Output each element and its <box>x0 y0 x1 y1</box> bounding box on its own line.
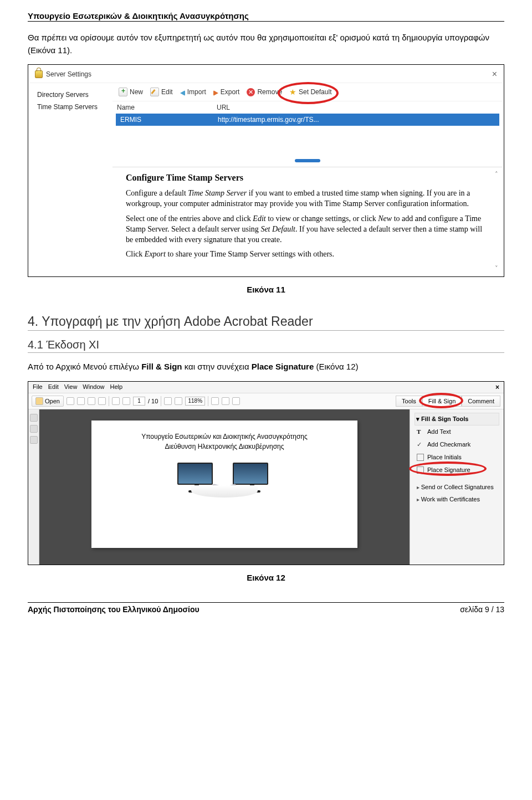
text-icon: T <box>417 428 424 435</box>
send-collect-signatures[interactable]: Send or Collect Signatures <box>415 481 499 493</box>
section-4-1-number: 4.1 <box>28 339 43 351</box>
next-page-icon[interactable] <box>122 397 130 405</box>
edit-button[interactable]: Edit <box>147 86 176 98</box>
info-p2: Select one of the entries above and clic… <box>126 214 489 245</box>
dialog-sidebar: Directory Servers Time Stamp Servers <box>29 83 112 275</box>
set-default-label: Set Default <box>299 88 331 96</box>
server-table-header: Name URL <box>112 101 503 114</box>
nav-icon[interactable] <box>30 425 38 433</box>
export-icon <box>213 90 218 96</box>
menu-edit[interactable]: Edit <box>48 383 59 391</box>
open-button[interactable]: Open <box>32 396 64 407</box>
tool-icon[interactable] <box>211 397 219 405</box>
section-4-number: 4. <box>28 314 38 329</box>
place-signature-button[interactable]: Place Signature <box>415 464 499 476</box>
menu-file[interactable]: File <box>33 383 43 391</box>
info-pane: Configure Time Stamp Servers Configure a… <box>112 167 503 275</box>
close-icon[interactable]: × <box>492 69 497 79</box>
figure-12-caption: Εικόνα 12 <box>28 573 504 582</box>
place-signature-label: Place Signature <box>427 466 470 473</box>
export-button[interactable]: Export <box>211 87 243 97</box>
reader-body: Υπουργείο Εσωτερικών και Διοικητικής Ανα… <box>28 409 504 565</box>
section-4-1-heading: 4.1 Έκδοση XI <box>28 339 504 353</box>
import-icon <box>180 90 185 96</box>
add-checkmark-label: Add Checkmark <box>427 441 470 448</box>
add-checkmark-button[interactable]: Add Checkmark <box>415 438 499 451</box>
add-text-label: Add Text <box>427 428 451 435</box>
edit-icon <box>150 88 159 96</box>
left-nav-bar <box>28 409 39 565</box>
add-text-button[interactable]: TAdd Text <box>415 425 499 438</box>
section-4-1-title: Έκδοση XI <box>46 339 99 351</box>
open-label: Open <box>45 398 60 404</box>
sidebar-item-directory-servers[interactable]: Directory Servers <box>34 89 108 101</box>
prev-page-icon[interactable] <box>112 397 120 405</box>
intro-paragraph: Θα πρέπει να ορίσουμε αυτόν τον εξυπηρετ… <box>28 32 504 57</box>
remove-button[interactable]: ✕Remove <box>244 87 285 98</box>
menu-view[interactable]: View <box>64 383 78 391</box>
new-button[interactable]: New <box>116 86 146 98</box>
section-4-heading: 4.Υπογραφή με την χρήση Adobe Acrobat Re… <box>28 314 504 331</box>
place-initials-button[interactable]: Place Initials <box>415 451 499 464</box>
work-with-certificates[interactable]: Work with Certificates <box>415 493 499 505</box>
remove-icon: ✕ <box>247 88 255 96</box>
menu-window[interactable]: Window <box>83 383 104 391</box>
tab-fill-sign[interactable]: Fill & Sign <box>422 396 462 407</box>
place-initials-label: Place Initials <box>427 454 462 460</box>
print-icon[interactable] <box>88 397 95 405</box>
right-pane-tabs: Tools Fill & Sign Comment <box>396 396 500 407</box>
footer-right: σελίδα 9 / 13 <box>460 605 504 614</box>
set-default-button[interactable]: ★Set Default <box>287 86 334 98</box>
new-icon <box>119 88 127 96</box>
figure-11-frame: Server Settings × Directory Servers Time… <box>28 64 504 277</box>
fill-sign-panel: ▾ Fill & Sign Tools TAdd Text Add Checkm… <box>410 409 504 565</box>
tab-tools[interactable]: Tools <box>396 396 422 407</box>
tool-icon[interactable] <box>232 397 240 405</box>
info-p3: Click Export to share your Time Stamp Se… <box>126 249 489 260</box>
splitter-handle[interactable] <box>295 159 320 162</box>
footer-left: Αρχής Πιστοποίησης του Ελληνικού Δημοσίο… <box>28 605 200 614</box>
checkmark-icon <box>417 441 424 448</box>
edit-label: Edit <box>161 88 173 96</box>
cell-url: http://timestamp.ermis.gov.gr/TS... <box>218 116 319 124</box>
dialog-title-text: Server Settings <box>46 70 91 78</box>
app-menubar: File Edit View Window Help × <box>28 382 504 393</box>
column-url: URL <box>217 104 230 111</box>
import-button[interactable]: Import <box>177 87 209 97</box>
table-row[interactable]: ERMIS http://timestamp.ermis.gov.gr/TS..… <box>116 114 499 126</box>
remove-label: Remove <box>257 88 282 96</box>
zoom-input[interactable] <box>185 397 205 406</box>
paper-icon <box>191 485 258 498</box>
save-icon[interactable] <box>77 397 85 405</box>
zoom-out-icon[interactable] <box>164 397 172 405</box>
illustration <box>108 463 341 493</box>
figure-12-intro: Από το Αρχικό Μενού επιλέγω Fill & Sign … <box>28 361 504 373</box>
panel-header[interactable]: ▾ Fill & Sign Tools <box>415 413 499 425</box>
server-settings-dialog: Server Settings × Directory Servers Time… <box>29 66 503 275</box>
star-icon: ★ <box>289 88 296 96</box>
signature-icon <box>417 466 424 474</box>
folder-icon <box>35 397 43 405</box>
dialog-titlebar: Server Settings × <box>29 66 503 83</box>
page-footer: Αρχής Πιστοποίησης του Ελληνικού Δημοσίο… <box>28 602 504 614</box>
server-toolbar: New Edit Import Export ✕Remove ★Set Defa… <box>112 83 503 101</box>
tab-comment[interactable]: Comment <box>462 396 500 407</box>
tool-icon[interactable] <box>222 397 229 405</box>
page-total: / 10 <box>148 398 158 404</box>
figure-11-caption: Εικόνα 11 <box>28 285 504 294</box>
scrollbar[interactable] <box>494 171 500 272</box>
create-pdf-icon[interactable] <box>66 397 74 405</box>
sidebar-item-timestamp-servers[interactable]: Time Stamp Servers <box>34 101 108 113</box>
menu-help[interactable]: Help <box>110 383 122 391</box>
document-title: Υπουργείο Εσωτερικών και Διοικητικής Ανα… <box>108 432 341 452</box>
page-number-input[interactable] <box>133 397 145 406</box>
zoom-in-icon[interactable] <box>175 397 182 405</box>
close-icon[interactable]: × <box>495 383 499 391</box>
info-p1: Configure a default Time Stamp Server if… <box>126 188 489 209</box>
nav-icon[interactable] <box>30 414 38 422</box>
page-header: Υπουργείο Εσωτερικών & Διοικητικής Ανασυ… <box>28 11 504 22</box>
nav-icon[interactable] <box>30 436 38 444</box>
email-icon[interactable] <box>98 397 106 405</box>
new-label: New <box>130 88 143 96</box>
document-page: Υπουργείο Εσωτερικών και Διοικητικής Ανα… <box>91 420 357 548</box>
